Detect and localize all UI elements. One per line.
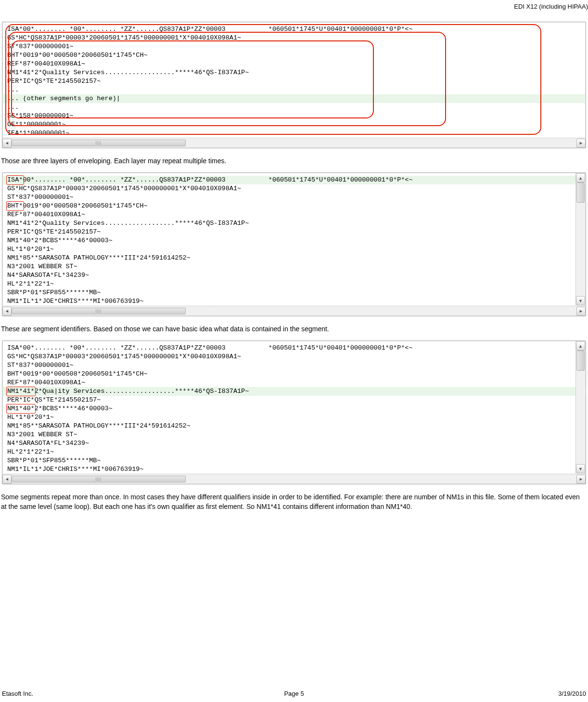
code-box-1: ISA*00*........ *00*........ *ZZ*......Q… xyxy=(2,22,586,148)
scroll-right-icon[interactable]: ► xyxy=(576,307,586,316)
v-scrollbar[interactable]: ▲ ▼ xyxy=(575,173,585,305)
footer-company: Etasoft Inc. xyxy=(2,690,197,697)
footer-page: Page 5 xyxy=(197,690,392,697)
code-box-2: ISA*00*........ *00*........ *ZZ*......Q… xyxy=(2,172,586,316)
code-box-3: ISA*00*........ *00*........ *ZZ*......Q… xyxy=(2,340,586,484)
scroll-right-icon[interactable]: ► xyxy=(576,139,586,148)
scroll-left-icon[interactable]: ◄ xyxy=(2,475,12,484)
h-scrollbar[interactable]: ◄ ► xyxy=(2,138,586,148)
footer-date: 3/19/2010 xyxy=(391,690,586,697)
scroll-right-icon[interactable]: ► xyxy=(576,475,586,484)
h-scrollbar[interactable]: ◄ ► xyxy=(2,474,586,484)
scroll-down-icon[interactable]: ▼ xyxy=(576,464,585,473)
scroll-up-icon[interactable]: ▲ xyxy=(576,341,585,351)
scroll-thumb[interactable] xyxy=(12,308,186,314)
scroll-down-icon[interactable]: ▼ xyxy=(576,296,585,305)
scroll-thumb[interactable] xyxy=(12,476,186,482)
code-text-2: ISA*00*........ *00*........ *ZZ*......Q… xyxy=(2,176,586,306)
paragraph-1: Those are three layers of enveloping. Ea… xyxy=(0,156,588,166)
scroll-thumb-v[interactable] xyxy=(576,182,585,203)
page-footer: Etasoft Inc. Page 5 3/19/2010 xyxy=(0,690,588,697)
scroll-thumb[interactable] xyxy=(12,140,186,146)
paragraph-3: Some segments repeat more than once. In … xyxy=(0,492,588,511)
code-text-1: ISA*00*........ *00*........ *ZZ*......Q… xyxy=(2,25,586,138)
scroll-up-icon[interactable]: ▲ xyxy=(576,173,585,182)
code-text-3: ISA*00*........ *00*........ *ZZ*......Q… xyxy=(2,344,586,474)
scroll-left-icon[interactable]: ◄ xyxy=(2,139,12,148)
page-header-title: EDI X12 (including HIPAA) xyxy=(0,0,588,15)
paragraph-2: These are segment identifiers. Based on … xyxy=(0,324,588,334)
scroll-left-icon[interactable]: ◄ xyxy=(2,307,12,316)
v-scrollbar[interactable]: ▲ ▼ xyxy=(575,341,585,473)
scroll-thumb-v[interactable] xyxy=(576,351,585,371)
h-scrollbar[interactable]: ◄ ► xyxy=(2,306,586,316)
